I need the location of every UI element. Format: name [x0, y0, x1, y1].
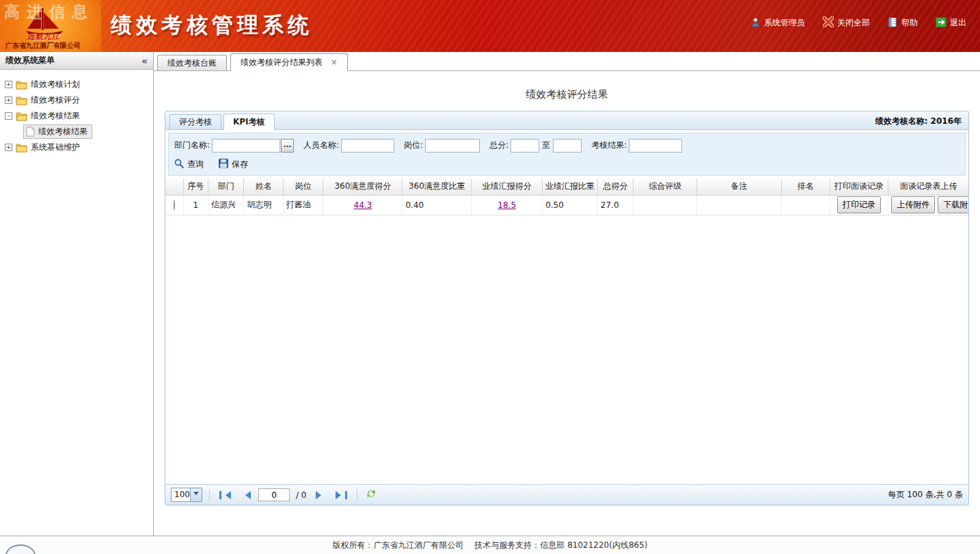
page-title: 绩效考核评分结果	[165, 88, 969, 101]
page-size-select[interactable]: 100	[171, 488, 202, 502]
page-size-value: 100	[172, 488, 190, 501]
exit-button[interactable]: 退出	[936, 17, 966, 29]
result-label: 考核结果:	[591, 140, 627, 151]
result-input[interactable]	[629, 139, 682, 153]
subtab-score-label: 评分考核	[179, 117, 212, 127]
grid-header-row: 序号 部门 姓名 岗位 360满意度得分 360满意度比重 业绩汇报得分 业绩汇…	[165, 179, 968, 195]
col-post[interactable]: 岗位	[283, 179, 323, 195]
expand-plus-icon[interactable]: +	[5, 96, 12, 104]
tab-result-list-label: 绩效考核评分结果列表	[241, 57, 323, 67]
divider	[357, 489, 357, 501]
result-panel: 评分考核 KPI考核 绩效考核名称: 2016年 部门名称:	[165, 111, 969, 505]
dept-input[interactable]	[212, 139, 280, 153]
total-score-from-input[interactable]	[511, 139, 539, 153]
user-icon	[750, 17, 761, 29]
col-select[interactable]	[165, 179, 183, 195]
col-report-score[interactable]: 业绩汇报得分	[472, 179, 543, 195]
to-label: 至	[542, 140, 550, 151]
admin-user-button[interactable]: 系统管理员	[750, 17, 805, 29]
print-record-button[interactable]: 打印记录	[837, 196, 881, 213]
corner-widget-arc	[5, 544, 36, 554]
col-remark[interactable]: 备注	[697, 179, 782, 195]
search-icon	[174, 159, 184, 170]
cell-dept: 信源兴	[208, 195, 244, 215]
prev-page-button[interactable]	[239, 491, 254, 499]
tree-label-results[interactable]: 绩效考核结果	[31, 110, 80, 122]
page-count-label: / 0	[296, 490, 307, 500]
tree-node-results-leaf[interactable]: 绩效考核结果	[23, 124, 150, 140]
col-upload[interactable]: 面谈记录表上传	[888, 179, 968, 195]
tree-label-scoring[interactable]: 绩效考核评分	[31, 94, 80, 106]
person-input[interactable]	[341, 139, 394, 153]
col-total[interactable]: 总得分	[597, 179, 633, 195]
table-row: 1 信源兴 胡志明 打酱油 44.3 0.40 18.5 0.50 27.0	[165, 195, 968, 215]
subtab-score[interactable]: 评分考核	[169, 114, 221, 129]
tree-label-plan[interactable]: 绩效考核计划	[31, 79, 80, 90]
expand-plus-icon[interactable]: +	[5, 81, 12, 88]
cell-name: 胡志明	[244, 195, 283, 215]
banner-toolbar: 系统管理员 关闭全部	[750, 16, 966, 29]
cell-rank	[782, 195, 830, 215]
tab-result-list[interactable]: 绩效考核评分结果列表 ×	[230, 53, 348, 71]
col-dept[interactable]: 部门	[208, 179, 244, 195]
exit-label: 退出	[950, 17, 966, 29]
next-page-button[interactable]	[313, 491, 328, 499]
help-label: 帮助	[901, 17, 918, 29]
download-attachment-button[interactable]: 下载附件	[938, 196, 968, 213]
watermark-text: 高进信息	[4, 1, 94, 23]
col-print[interactable]: 打印面谈记录	[830, 179, 888, 195]
help-button[interactable]: 帮助	[888, 17, 918, 29]
selected-tree-item[interactable]: 绩效考核结果	[23, 124, 92, 139]
col-rank[interactable]: 排名	[782, 179, 830, 195]
col-seq[interactable]: 序号	[183, 179, 208, 195]
folder-icon	[16, 80, 27, 90]
upload-attachment-button[interactable]: 上传附件	[891, 196, 935, 213]
query-button[interactable]: 查询	[174, 159, 204, 170]
page-number-input[interactable]	[258, 488, 290, 501]
save-button[interactable]: 保存	[219, 159, 248, 170]
col-weight360[interactable]: 360满意度比重	[403, 179, 472, 195]
sidebar-collapse-button[interactable]: «	[141, 56, 148, 66]
tree-node-plan[interactable]: + 绩效考核计划	[3, 77, 150, 92]
last-page-button[interactable]	[333, 491, 350, 499]
tree-label-maintenance[interactable]: 系统基础维护	[31, 142, 80, 153]
report-score-link[interactable]: 18.5	[498, 200, 516, 210]
row-radio-button[interactable]	[174, 200, 175, 211]
cell-post: 打酱油	[283, 195, 323, 215]
close-all-button[interactable]: 关闭全部	[823, 16, 870, 29]
tab-ledger[interactable]: 绩效考核台账	[157, 55, 227, 70]
refresh-button[interactable]	[364, 488, 378, 501]
sidebar-title: 绩效系统菜单	[5, 55, 55, 66]
col-score360[interactable]: 360满意度得分	[323, 179, 403, 195]
col-rating[interactable]: 综合评级	[634, 179, 697, 195]
refresh-icon	[366, 488, 377, 501]
main-tabstrip: 绩效考核台账 绩效考核评分结果列表 ×	[154, 52, 980, 71]
tree-node-maintenance[interactable]: + 系统基础维护	[3, 140, 150, 155]
logo-company-text: 广东省九江酒厂有限公司	[5, 41, 81, 51]
folder-icon	[16, 143, 27, 153]
grid-empty-area	[165, 215, 968, 485]
post-input[interactable]	[425, 139, 480, 153]
collapse-minus-icon[interactable]: -	[5, 112, 12, 120]
tree-label-results-leaf[interactable]: 绩效考核结果	[38, 126, 87, 137]
col-name[interactable]: 姓名	[244, 179, 283, 195]
dept-picker-button[interactable]: ...	[281, 139, 294, 153]
logo-brand-text: 远航九江	[27, 31, 60, 42]
cell-weight360: 0.40	[403, 195, 472, 215]
subtab-bar: 评分考核 KPI考核 绩效考核名称: 2016年	[165, 111, 968, 130]
expand-plus-icon[interactable]: +	[5, 144, 12, 151]
tab-close-icon[interactable]: ×	[331, 57, 338, 67]
total-score-to-input[interactable]	[553, 139, 582, 153]
select-arrow-icon	[190, 488, 202, 501]
col-report-weight[interactable]: 业绩汇报比重	[543, 179, 598, 195]
divider	[209, 489, 210, 501]
copyright-text: 版权所有：广东省九江酒厂有限公司 技术与服务支持：信息部 81021220(内线…	[333, 540, 648, 551]
sidebar-header: 绩效系统菜单 «	[0, 52, 153, 70]
close-all-icon	[823, 16, 834, 29]
subtab-kpi[interactable]: KPI考核	[223, 114, 275, 130]
tree-node-scoring[interactable]: + 绩效考核评分	[3, 92, 150, 108]
score360-link[interactable]: 44.3	[354, 200, 372, 210]
open-folder-icon	[16, 111, 27, 121]
first-page-button[interactable]	[217, 491, 234, 499]
tree-node-results[interactable]: - 绩效考核结果	[3, 108, 150, 124]
